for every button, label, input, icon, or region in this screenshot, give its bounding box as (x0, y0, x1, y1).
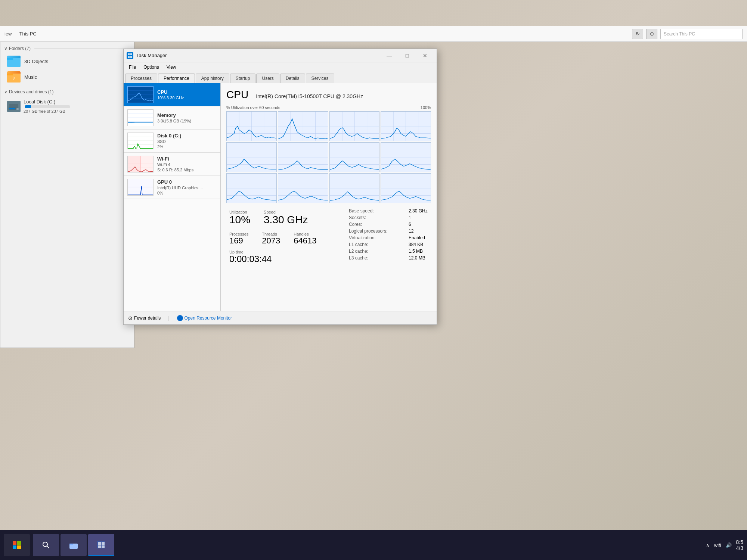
svg-rect-1 (7, 58, 13, 60)
disk-bar-fill (25, 105, 31, 108)
taskbar-search-button[interactable] (33, 534, 59, 556)
cpu-perf-info: CPU 10% 3.30 GHz (157, 89, 217, 100)
svg-rect-107 (98, 545, 101, 548)
disk-perf-info: Disk 0 (C:) SSD 2% (157, 133, 217, 149)
svg-line-101 (47, 546, 49, 548)
time-display: 8:5 (736, 539, 743, 545)
folder-music[interactable]: ♪ Music (4, 69, 130, 85)
chart-max: 100% (421, 105, 431, 110)
tab-performance[interactable]: Performance (158, 74, 195, 83)
taskbar-files-button[interactable] (61, 534, 87, 556)
tab-processes[interactable]: Processes (125, 74, 157, 83)
resource-monitor-icon (177, 315, 183, 321)
spec-logicalproc-val: 12 (409, 228, 413, 234)
tm-maximize-button[interactable]: □ (399, 50, 416, 61)
spec-basespeed: Base speed: 2.30 GHz (349, 208, 431, 214)
disk-value: SSD (157, 139, 217, 144)
threads-label: Threads (262, 232, 280, 236)
chevron-up-icon[interactable]: ∧ (706, 542, 710, 548)
tab-details[interactable]: Details (280, 74, 305, 83)
svg-rect-22 (128, 133, 153, 149)
open-resource-monitor-button[interactable]: Open Resource Monitor (177, 315, 232, 321)
processes-value: 169 (229, 236, 248, 245)
3d-folder-icon (7, 56, 21, 67)
explorer-addressbar: iew This PC ↻ ⊙ Search This PC (0, 26, 747, 42)
volume-icon[interactable]: 🔊 (726, 542, 732, 548)
svg-rect-13 (130, 56, 132, 58)
search-box[interactable]: Search This PC (660, 29, 743, 39)
tm-minimize-button[interactable]: — (381, 50, 398, 61)
tab-services[interactable]: Services (306, 74, 334, 83)
svg-point-7 (16, 108, 19, 110)
tm-title-text: Task Manager (136, 53, 381, 58)
fewer-details-icon: ⊙ (128, 315, 133, 321)
core-chart-12 (381, 173, 431, 203)
cpu-title-label: CPU (226, 89, 248, 101)
perf-item-cpu[interactable]: CPU 10% 3.30 GHz (124, 83, 220, 106)
gpu-label: GPU 0 (157, 179, 217, 185)
taskbar-taskmanager-button[interactable] (88, 534, 114, 556)
tm-menubar: File Options View (124, 62, 437, 72)
svg-rect-108 (102, 545, 105, 548)
tab-startup[interactable]: Startup (230, 74, 256, 83)
folder-3dobjects[interactable]: 3D Objects (4, 53, 130, 69)
cpu-label: CPU (157, 89, 217, 95)
wifi-perf-info: Wi-Fi Wi-Fi 4 S: 0.6 R: 85.2 Mbps (157, 156, 217, 172)
svg-rect-105 (98, 542, 101, 545)
spec-virtualization: Virtualization: Enabled (349, 235, 431, 240)
handles-value: 64613 (294, 236, 316, 245)
svg-point-100 (43, 542, 47, 547)
svg-rect-10 (128, 53, 130, 55)
start-button[interactable] (4, 534, 30, 556)
svg-rect-98 (13, 545, 16, 549)
tm-tabs: Processes Performance App history Startu… (124, 72, 437, 83)
music-folder-icon: ♪ (7, 71, 21, 83)
spec-l3: L3 cache: 12.0 MB (349, 255, 431, 261)
memory-mini-chart (127, 109, 154, 126)
tm-right-panel: CPU Intel(R) Core(TM) i5-10500T CPU @ 2.… (221, 83, 437, 311)
cpu-chart-label: % Utilization over 60 seconds 100% (226, 105, 431, 110)
disk-mini-chart (127, 133, 154, 149)
wifi-value2: S: 0.6 R: 85.2 Mbps (157, 168, 217, 172)
perf-item-gpu[interactable]: GPU 0 Intel(R) UHD Graphics ... 0% (124, 176, 220, 199)
tab-apphistory[interactable]: App history (196, 74, 229, 83)
cpu-chart-section: % Utilization over 60 seconds 100% (226, 105, 431, 203)
uptime-stat: Up time 0:00:03:44 (226, 250, 345, 264)
perf-item-disk[interactable]: Disk 0 (C:) SSD 2% (124, 130, 220, 153)
cpu-value: 10% 3.30 GHz (157, 96, 217, 100)
tab-users[interactable]: Users (256, 74, 279, 83)
disk-icon (7, 101, 21, 112)
spec-basespeed-key: Base speed: (349, 208, 409, 214)
spec-l2-val: 1.5 MB (409, 249, 423, 254)
core-chart-1 (226, 111, 277, 141)
tm-menu-view[interactable]: View (163, 64, 180, 71)
taskbar-clock[interactable]: 8:5 4/3 (736, 539, 743, 551)
perf-item-wifi[interactable]: Wi-Fi Wi-Fi 4 S: 0.6 R: 85.2 Mbps (124, 153, 220, 176)
handles-label: Handles (294, 232, 316, 236)
handles-stat: Handles 64613 (291, 230, 319, 247)
local-disk-item[interactable]: Local Disk (C:) 207 GB free of 237 GB (4, 97, 130, 116)
svg-rect-99 (17, 545, 21, 549)
fewer-details-button[interactable]: ⊙ Fewer details (128, 315, 161, 321)
spec-l2: L2 cache: 1.5 MB (349, 249, 431, 254)
tm-menu-options[interactable]: Options (140, 64, 162, 71)
tm-close-button[interactable]: ✕ (416, 50, 434, 61)
spec-virt-val: Enabled (409, 235, 425, 240)
core-chart-5 (226, 142, 277, 172)
tm-menu-file[interactable]: File (125, 64, 140, 71)
core-chart-9 (226, 173, 277, 203)
utilization-stat: Utilization 10% (226, 208, 253, 227)
uptime-value: 0:00:03:44 (229, 254, 345, 264)
refresh-button[interactable]: ↻ (632, 29, 643, 39)
core-chart-3 (329, 111, 380, 141)
search-placeholder: Search This PC (664, 31, 695, 37)
cpu-charts-grid (226, 111, 431, 203)
perf-item-memory[interactable]: Memory 3.0/15.8 GB (19%) (124, 106, 220, 130)
date-display: 4/3 (736, 545, 743, 551)
tm-title-icon (127, 52, 133, 59)
wifi-icon[interactable]: wifi (714, 542, 721, 548)
nav-button[interactable]: ⊙ (646, 29, 657, 39)
threads-stat: Threads 2073 (259, 230, 283, 247)
svg-rect-96 (13, 541, 16, 545)
wifi-label: Wi-Fi (157, 156, 217, 162)
